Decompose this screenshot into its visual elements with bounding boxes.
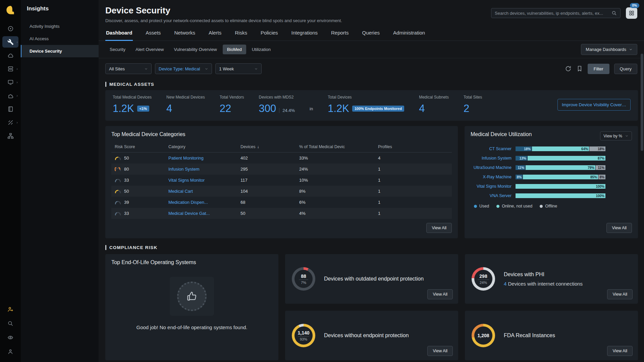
tab-reports[interactable]: Reports [330, 28, 350, 41]
page-title: Device Security [105, 5, 342, 16]
bar-segment: 8% [598, 175, 605, 179]
bar-segment: 18% [516, 146, 532, 151]
pct-of-total: 10% [296, 175, 375, 186]
utilization-category-link[interactable]: UltraSound Machine [471, 165, 512, 170]
rail-cloud-icon[interactable] [2, 50, 18, 61]
manage-dashboards-button[interactable]: Manage Dashboards [581, 44, 637, 55]
rail-sitemap-icon[interactable] [2, 130, 18, 141]
donut-percent: 24% [478, 280, 489, 285]
rail-user-add-icon[interactable] [2, 304, 18, 315]
utilization-bar: 100% [516, 184, 605, 189]
utilization-category-link[interactable]: Vital Signs Monitor [471, 184, 512, 189]
category-link[interactable]: Medical Device Gat... [168, 211, 210, 216]
subtab-biomed[interactable]: BioMed [223, 45, 246, 54]
rail-search-icon[interactable] [2, 318, 18, 329]
subtab-vulnerability-overview[interactable]: Vulnerability Overview [170, 45, 221, 54]
utilization-bar: 18%64%18% [516, 146, 605, 151]
risk-score-value: 33 [124, 211, 129, 216]
card-subtext: 4 Devices with internet connections [504, 281, 583, 287]
view-all-button[interactable]: View All [607, 346, 633, 356]
stat-label: Total Devices [328, 95, 404, 100]
monitor-icon [7, 79, 14, 85]
view-by-dropdown[interactable]: View by % [600, 131, 632, 140]
tab-administration[interactable]: Administration [392, 28, 426, 41]
refresh-icon[interactable] [565, 65, 572, 72]
insights-nav: Activity InsightsAI AccessDevice Securit… [21, 20, 99, 57]
utilization-category-link[interactable]: VNA Server [471, 193, 512, 198]
column-header-profiles[interactable]: Profiles [375, 141, 452, 153]
filter-dropdown-device-type-medical[interactable]: Device Type: Medical [155, 63, 212, 74]
tab-risks[interactable]: Risks [234, 28, 248, 41]
bar-segment: 13% [516, 156, 527, 161]
risk-score-value: 80 [124, 167, 129, 172]
filter-button[interactable]: Filter [588, 64, 609, 74]
armis-logo-icon[interactable] [5, 5, 16, 15]
search-icon [7, 320, 13, 326]
rail-tools-icon[interactable]: › [2, 117, 18, 128]
bookmark-icon[interactable] [576, 65, 583, 72]
stat-label: Total Medical Devices [113, 95, 152, 100]
query-button[interactable]: Query [614, 64, 637, 74]
category-link[interactable]: Infusion System [168, 167, 200, 172]
sidebar-item-device-security[interactable]: Device Security [21, 45, 99, 57]
dashboard-content: MEDICAL ASSETS Total Medical Devices1.2K… [99, 78, 644, 362]
filter-dropdown-1-week[interactable]: 1 Week [215, 63, 262, 74]
view-all-button[interactable]: View All [607, 289, 633, 299]
rail-top: ››››› [2, 23, 18, 141]
card-title: Top End-Of-Life Operating Systems [111, 259, 272, 265]
tab-assets[interactable]: Assets [145, 28, 161, 41]
sidebar-item-activity-insights[interactable]: Activity Insights [21, 20, 99, 33]
category-link[interactable]: Medication Dispen... [168, 200, 208, 205]
column-header-of-total-medical-devic[interactable]: % of Total Medical Devic [296, 141, 375, 153]
subtab-alert-overview[interactable]: Alert Overview [131, 45, 168, 54]
sub-count-link[interactable]: 4 [504, 281, 506, 287]
column-header-category[interactable]: Category [165, 141, 237, 153]
rail-monitor-icon[interactable]: › [2, 76, 18, 88]
eye-icon [7, 335, 13, 341]
tab-integrations[interactable]: Integrations [291, 28, 318, 41]
tab-networks[interactable]: Networks [173, 28, 196, 41]
search-icon[interactable] [611, 10, 617, 16]
rail-eye-icon[interactable] [2, 332, 18, 343]
compliance-grid: Top End-Of-Life Operating Systems Good j… [105, 254, 638, 360]
filter-dropdown-all-sites[interactable]: All Sites [105, 63, 152, 74]
tab-dashboard[interactable]: Dashboard [105, 28, 133, 41]
view-all-button[interactable]: View All [426, 223, 452, 233]
pct-of-total: 6% [296, 197, 375, 208]
rail-puzzle-icon[interactable]: › [2, 90, 18, 101]
view-all-button[interactable]: View All [606, 223, 632, 233]
widget-grid-button[interactable]: 0% [626, 7, 637, 19]
tab-queries[interactable]: Queries [362, 28, 381, 41]
rail-layers-icon[interactable]: › [2, 63, 18, 74]
column-header-risk-score[interactable]: Risk Score [111, 141, 165, 153]
stats-row: Total Medical Devices1.2K<1%New Medical … [105, 90, 638, 121]
scrollbar-thumb[interactable] [641, 54, 643, 151]
view-all-button[interactable]: View All [427, 346, 453, 356]
rail-radar-icon[interactable] [2, 23, 18, 34]
tab-alerts[interactable]: Alerts [208, 28, 222, 41]
rail-book-icon[interactable] [2, 103, 18, 115]
utilization-category-link[interactable]: X-Ray Machine [471, 175, 512, 179]
category-link[interactable]: Medical Cart [168, 189, 193, 194]
stat-label: Devices with MDS2 [259, 95, 295, 100]
sidebar-item-ai-access[interactable]: AI Access [21, 33, 99, 45]
dashboard-subtabs: SecurityAlert OverviewVulnerability Over… [105, 45, 275, 54]
pct-of-total: 8% [296, 186, 375, 197]
tab-policies[interactable]: Policies [260, 28, 279, 41]
rail-wrench-icon[interactable]: › [2, 36, 18, 48]
stats-in-separator: in [310, 106, 313, 111]
top-medical-device-categories-card: Top Medical Device Categories Risk Score… [105, 126, 458, 238]
search-input[interactable] [495, 11, 609, 16]
subtab-security[interactable]: Security [105, 45, 130, 54]
improve-device-visibility-button[interactable]: Improve Device Visibility Coverage [557, 99, 631, 111]
utilization-category-link[interactable]: CT Scanner [471, 146, 512, 151]
view-all-button[interactable]: View All [427, 289, 453, 299]
category-link[interactable]: Patient Monitoring [168, 156, 204, 161]
rail-user-icon[interactable] [2, 346, 18, 357]
category-link[interactable]: Vital Signs Monitor [168, 178, 205, 183]
section-accent-bar [105, 245, 106, 250]
utilization-category-link[interactable]: Infusion System [471, 156, 512, 161]
column-header-devices[interactable]: Devices↓ [237, 141, 296, 153]
categories-header-row: Risk ScoreCategoryDevices↓% of Total Med… [111, 141, 452, 153]
subtab-utilization[interactable]: Utilization [248, 45, 275, 54]
